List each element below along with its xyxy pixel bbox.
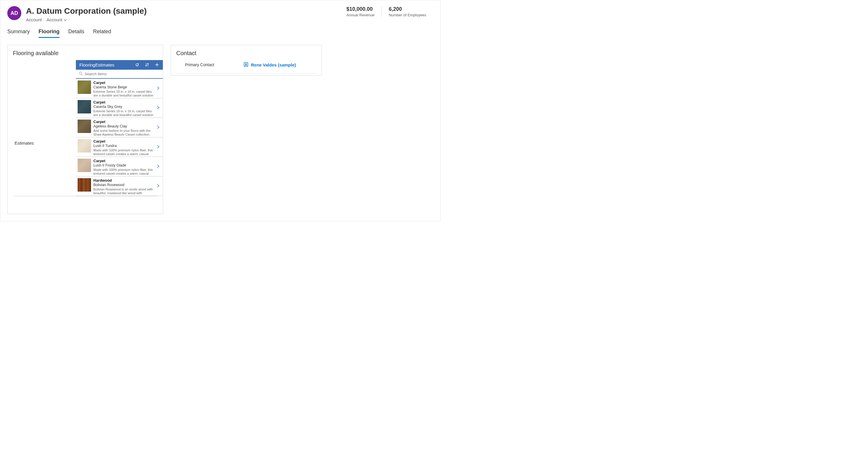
item-name: Lush II Frosty Glade	[93, 163, 155, 167]
svg-point-3	[245, 63, 247, 64]
item-category: Carpet	[93, 139, 155, 143]
item-category: Carpet	[93, 159, 155, 163]
tab-summary[interactable]: Summary	[7, 29, 30, 38]
item-description: Made with 100% premium nylon fiber, this…	[93, 168, 155, 175]
flooring-list: FlooringEstimates	[76, 60, 163, 196]
tab-details[interactable]: Details	[68, 29, 84, 38]
item-name: Caserta Sky Grey	[93, 105, 155, 109]
breadcrumb-separator: ·	[43, 17, 44, 22]
chevron-down-icon	[64, 17, 67, 22]
stat-revenue-label: Annual Revenue	[346, 13, 374, 17]
page-title: A. Datum Corporation (sample)	[26, 6, 339, 16]
search-row	[76, 70, 163, 79]
list-item[interactable]: CarpetLush II Frosty GladeMade with 100%…	[76, 157, 163, 176]
item-name: Caserta Stone Beige	[93, 85, 155, 89]
swatch-image	[78, 178, 91, 192]
contact-icon	[243, 62, 249, 68]
list-header: FlooringEstimates	[76, 60, 163, 70]
swatch-image	[78, 100, 91, 114]
swatch-image	[78, 159, 91, 172]
list-item[interactable]: HardwoodBolivian RosewoodBolivian Rosewo…	[76, 176, 163, 196]
list-item[interactable]: CarpetAgeless Beauty ClayAdd some fashio…	[76, 118, 163, 137]
swatch-image	[78, 80, 91, 94]
stat-employees-label: Number of Employees	[389, 13, 426, 17]
stat-employees-value: 6,200	[389, 6, 426, 12]
breadcrumb-entity: Account	[26, 17, 42, 22]
refresh-icon[interactable]	[135, 62, 140, 67]
item-description: Extreme Series 18 in. x 18 in. carpet ti…	[93, 109, 155, 116]
swatch-image	[78, 120, 91, 133]
tab-flooring[interactable]: Flooring	[38, 29, 60, 38]
primary-contact-label: Primary Contact	[185, 62, 243, 67]
add-icon[interactable]	[155, 62, 159, 67]
list-item[interactable]: CarpetLush II TundraMade with 100% premi…	[76, 137, 163, 157]
item-category: Carpet	[93, 100, 155, 104]
tab-related[interactable]: Related	[93, 29, 111, 38]
estimates-label: Estimates	[8, 140, 76, 146]
item-description: Made with 100% premium nylon fiber, this…	[93, 149, 155, 155]
list-item[interactable]: CarpetCaserta Stone BeigeExtreme Series …	[76, 79, 163, 98]
stat-employees: 6,200 Number of Employees	[381, 6, 433, 17]
sort-icon[interactable]	[145, 62, 149, 67]
svg-point-0	[80, 72, 82, 74]
breadcrumb: Account · Account	[26, 17, 339, 22]
item-category: Hardwood	[93, 178, 155, 183]
primary-contact-name: Rene Valdes (sample)	[251, 62, 296, 67]
chevron-right-icon[interactable]	[155, 184, 161, 189]
swatch-image	[78, 139, 91, 153]
chevron-right-icon[interactable]	[155, 144, 161, 150]
item-category: Carpet	[93, 80, 155, 85]
chevron-right-icon[interactable]	[155, 105, 161, 110]
search-input[interactable]	[85, 72, 160, 76]
item-name: Lush II Tundra	[93, 144, 155, 148]
stat-revenue-value: $10,000.00	[346, 6, 374, 12]
contact-section-title: Contact	[171, 50, 321, 60]
flooring-card: Flooring available Estimates FlooringEst…	[7, 45, 163, 214]
chevron-right-icon[interactable]	[155, 125, 161, 130]
item-description: Add some fashion to your floors with the…	[93, 129, 155, 136]
contact-card: Contact Primary Contact Rene Valdes (sam…	[171, 45, 322, 75]
chevron-right-icon[interactable]	[155, 164, 161, 169]
item-description: Extreme Series 18 in. x 18 in. carpet ti…	[93, 90, 155, 97]
item-category: Carpet	[93, 120, 155, 124]
svg-line-1	[82, 74, 83, 75]
stat-revenue: $10,000.00 Annual Revenue	[339, 6, 381, 17]
item-name: Bolivian Rosewood	[93, 183, 155, 187]
avatar: AD	[7, 6, 21, 20]
tab-bar: Summary Flooring Details Related	[0, 25, 440, 38]
flooring-section-title: Flooring available	[8, 50, 163, 60]
item-name: Ageless Beauty Clay	[93, 124, 155, 128]
chevron-right-icon[interactable]	[155, 86, 161, 91]
breadcrumb-type-dropdown[interactable]: Account	[46, 17, 67, 22]
list-item[interactable]: CarpetCaserta Sky GreyExtreme Series 18 …	[76, 98, 163, 118]
item-description: Bolivian Rosewood is an exotic wood with…	[93, 188, 155, 194]
search-icon	[79, 71, 83, 76]
list-title: FlooringEstimates	[80, 62, 135, 67]
primary-contact-link[interactable]: Rene Valdes (sample)	[243, 62, 296, 68]
